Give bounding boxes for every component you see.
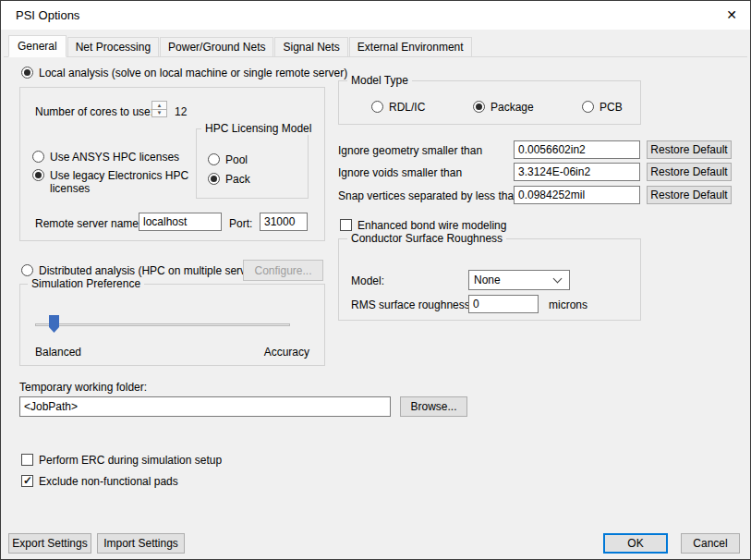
local-analysis-group: Number of cores to use: ▲ ▼ 12 Use ANSYS… xyxy=(19,87,325,241)
ignore-voids-label: Ignore voids smaller than xyxy=(338,166,462,179)
radio-icon xyxy=(21,67,33,79)
remote-server-input[interactable] xyxy=(139,213,222,231)
radio-legacy-hpc-label: Use legacy Electronics HPC licenses xyxy=(50,169,198,195)
cores-spinner: ▲ ▼ xyxy=(151,101,167,117)
radio-pool-label: Pool xyxy=(225,153,248,166)
radio-package[interactable]: Package xyxy=(473,101,534,114)
ok-button[interactable]: OK xyxy=(603,533,668,554)
checkbox-bond-wire-label: Enhanced bond wire modeling xyxy=(357,219,506,232)
radio-package-label: Package xyxy=(491,101,534,114)
checkbox-perform-erc-label: Perform ERC during simulation setup xyxy=(39,454,222,467)
checkbox-exclude-pads[interactable]: Exclude non-functional pads xyxy=(21,475,178,488)
hpc-licensing-model-title: HPC Licensing Model xyxy=(201,122,315,135)
configure-button[interactable]: Configure... xyxy=(243,260,323,281)
tab-strip: General Net Processing Power/Ground Nets… xyxy=(4,35,747,57)
port-input[interactable] xyxy=(260,213,308,231)
ignore-geometry-label: Ignore geometry smaller than xyxy=(338,144,482,157)
tab-net-processing[interactable]: Net Processing xyxy=(67,37,159,56)
window-title: PSI Options xyxy=(16,8,79,22)
preference-slider-track[interactable] xyxy=(35,323,290,326)
radio-icon xyxy=(582,101,594,113)
threshold-row: Ignore geometry smaller than Restore Def… xyxy=(338,140,733,160)
browse-button[interactable]: Browse... xyxy=(400,396,467,417)
remote-server-label: Remote server name: xyxy=(35,217,141,230)
radio-pool[interactable]: Pool xyxy=(208,153,248,166)
radio-distributed-analysis-label: Distributed analysis (HPC on multiple se… xyxy=(39,264,265,277)
radio-icon xyxy=(371,101,383,113)
snap-vertices-input[interactable] xyxy=(514,186,640,204)
psi-options-dialog: PSI Options ✕ General Net Processing Pow… xyxy=(0,0,751,560)
roughness-model-label: Model: xyxy=(351,274,384,287)
restore-default-button[interactable]: Restore Default xyxy=(647,163,732,181)
export-settings-button[interactable]: Export Settings xyxy=(8,533,91,554)
rms-roughness-label: RMS surface roughness: xyxy=(351,298,473,311)
restore-default-button[interactable]: Restore Default xyxy=(647,186,732,204)
radio-icon xyxy=(32,169,44,181)
radio-ansys-hpc[interactable]: Use ANSYS HPC licenses xyxy=(32,151,179,164)
cancel-button[interactable]: Cancel xyxy=(681,533,740,554)
ignore-geometry-input[interactable] xyxy=(514,140,640,159)
model-type-title: Model Type xyxy=(347,74,412,87)
restore-default-button[interactable]: Restore Default xyxy=(647,140,732,159)
radio-local-analysis[interactable]: Local analysis (solve on local machine o… xyxy=(21,67,347,79)
spinner-up-icon[interactable]: ▲ xyxy=(151,101,167,110)
surface-roughness-title: Conductor Surface Roughness xyxy=(347,232,506,245)
checkbox-icon xyxy=(21,454,33,466)
radio-rdl-ic[interactable]: RDL/IC xyxy=(371,101,425,114)
ignore-voids-input[interactable] xyxy=(514,163,640,181)
model-type-group: Model Type RDL/IC Package PCB xyxy=(338,80,641,125)
checkbox-icon xyxy=(340,219,352,231)
simulation-preference-group: Simulation Preference Balanced Accuracy xyxy=(19,284,325,366)
tab-general[interactable]: General xyxy=(8,35,67,57)
radio-distributed-analysis[interactable]: Distributed analysis (HPC on multiple se… xyxy=(21,264,265,277)
radio-icon xyxy=(32,151,44,163)
radio-pack-label: Pack xyxy=(225,173,250,186)
radio-icon xyxy=(21,264,33,276)
temp-folder-label: Temporary working folder: xyxy=(19,381,147,394)
snap-vertices-label: Snap vertices separated by less than xyxy=(338,189,520,202)
import-settings-button[interactable]: Import Settings xyxy=(97,533,185,554)
radio-icon xyxy=(208,173,220,185)
rms-roughness-input[interactable] xyxy=(468,295,539,313)
rms-unit-label: microns xyxy=(549,298,587,311)
slider-right-label: Accuracy xyxy=(264,346,309,359)
checkbox-exclude-pads-label: Exclude non-functional pads xyxy=(39,475,178,488)
radio-icon xyxy=(473,101,485,113)
close-icon[interactable]: ✕ xyxy=(713,1,750,30)
cores-value: 12 xyxy=(175,105,187,118)
roughness-model-value: None xyxy=(469,274,553,286)
titlebar: PSI Options ✕ xyxy=(1,1,750,30)
simulation-preference-title: Simulation Preference xyxy=(28,277,144,290)
spinner-down-icon[interactable]: ▼ xyxy=(151,110,167,118)
checkbox-perform-erc[interactable]: Perform ERC during simulation setup xyxy=(21,454,222,467)
roughness-model-select[interactable]: None xyxy=(468,270,570,290)
radio-pcb[interactable]: PCB xyxy=(582,101,623,114)
threshold-row: Snap vertices separated by less than Res… xyxy=(338,186,733,205)
radio-pack[interactable]: Pack xyxy=(208,173,250,186)
radio-ansys-hpc-label: Use ANSYS HPC licenses xyxy=(50,151,179,164)
tab-external-environment[interactable]: External Environment xyxy=(349,37,472,56)
slider-thumb[interactable] xyxy=(49,315,59,333)
radio-legacy-hpc[interactable]: Use legacy Electronics HPC licenses xyxy=(32,169,198,195)
checkbox-bond-wire[interactable]: Enhanced bond wire modeling xyxy=(340,219,506,232)
threshold-row: Ignore voids smaller than Restore Defaul… xyxy=(338,163,733,182)
slider-labels: Balanced Accuracy xyxy=(35,346,309,359)
hpc-licensing-model-group: HPC Licensing Model Pool Pack xyxy=(196,128,309,199)
surface-roughness-group: Conductor Surface Roughness Model: None … xyxy=(338,238,641,321)
port-label: Port: xyxy=(229,217,252,230)
radio-pcb-label: PCB xyxy=(600,101,623,114)
checkbox-icon xyxy=(21,475,33,487)
cores-label: Number of cores to use: xyxy=(35,105,153,118)
tab-signal-nets[interactable]: Signal Nets xyxy=(274,37,347,56)
tab-power-ground-nets[interactable]: Power/Ground Nets xyxy=(160,37,273,56)
radio-rdl-ic-label: RDL/IC xyxy=(389,101,425,114)
slider-left-label: Balanced xyxy=(35,346,81,359)
radio-icon xyxy=(208,153,220,165)
radio-local-analysis-label: Local analysis (solve on local machine o… xyxy=(39,67,347,79)
temp-folder-input[interactable] xyxy=(19,396,391,417)
chevron-down-icon xyxy=(553,275,563,285)
